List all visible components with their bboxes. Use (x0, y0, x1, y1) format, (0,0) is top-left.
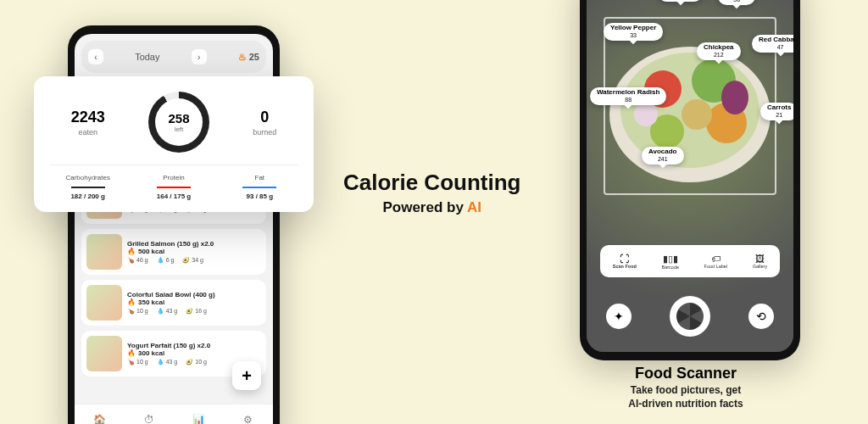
food-row[interactable]: Grilled Salmon (150 g) x2.0 500 kcal 46 … (81, 229, 266, 275)
add-food-button[interactable]: + (232, 361, 261, 390)
food-bubble[interactable]: Yellow Pepper33 (604, 23, 663, 41)
bottom-nav: 🏠Home⏱Fasting📊Stats⚙Settings (75, 404, 273, 424)
food-thumb (86, 285, 122, 321)
food-bubble[interactable]: Watermelon Radish88 (590, 87, 666, 105)
marketing-headline: Calorie Counting Powered by AI (343, 170, 520, 216)
food-name: Yogurt Parfait (150 g) x2.0 (127, 342, 261, 349)
settings-icon: ⚙ (224, 414, 274, 424)
food-macros: 10 g43 g16 g (127, 308, 261, 315)
food-row[interactable]: Colorful Salad Bowl (400 g) 350 kcal 10 … (81, 280, 266, 326)
date-label[interactable]: Today (135, 52, 159, 62)
headline-subtitle: Powered by AI (343, 199, 520, 216)
food-bubble[interactable]: Avocado241 (642, 147, 684, 165)
next-day-button[interactable]: › (192, 49, 207, 64)
flame-icon: ♨ (238, 52, 247, 63)
home-icon: 🏠 (75, 414, 125, 424)
fasting-icon: ⏱ (125, 414, 175, 424)
macro-fat: Fat 93 / 85 g (221, 174, 298, 200)
nav-fasting[interactable]: ⏱Fasting (125, 414, 175, 424)
headline-title: Calorie Counting (343, 170, 520, 196)
food-thumb (86, 336, 122, 371)
phone-right-mock: Tomatoes6Lettuce56Yellow Pepper33Chickpe… (580, 0, 800, 360)
macro-carbs: Carbohydrates 182 / 200 g (49, 174, 126, 200)
screen-scanner: Tomatoes6Lettuce56Yellow Pepper33Chickpe… (587, 0, 793, 352)
scan-mode-tabs: ⛶Scan Food▮▯▮Barcode🏷Food Label🖼Gallery (600, 245, 780, 277)
food-thumb (86, 234, 122, 270)
mode-gallery[interactable]: 🖼Gallery (753, 254, 767, 269)
stats-icon: 📊 (174, 414, 224, 424)
caption-title: Food Scanner (580, 365, 792, 382)
nav-stats[interactable]: 📊Stats (174, 414, 224, 424)
prev-day-button[interactable]: ‹ (88, 49, 103, 64)
food-bubble[interactable]: Carrots21 (760, 103, 793, 120)
food-bubble[interactable]: Chickpea212 (697, 42, 741, 60)
mode-icon: 🖼 (753, 254, 767, 264)
stat-burned: 0 burned (253, 109, 276, 137)
mode-food-label[interactable]: 🏷Food Label (704, 254, 728, 269)
food-name: Grilled Salmon (150 g) x2.0 (127, 240, 261, 248)
calories-left-ring: 258 left (148, 92, 209, 153)
nav-settings[interactable]: ⚙Settings (224, 414, 274, 424)
mode-icon: ▮▯▮ (662, 254, 680, 265)
mode-scan-food[interactable]: ⛶Scan Food (613, 254, 637, 269)
food-bubble[interactable]: Tomatoes6 (658, 0, 703, 2)
shutter-button[interactable] (670, 296, 710, 337)
food-kcal: 350 kcal (127, 298, 261, 306)
stat-eaten: 2243 eaten (71, 109, 105, 137)
streak-badge: ♨25 (238, 52, 259, 63)
mode-barcode[interactable]: ▮▯▮Barcode (662, 254, 680, 270)
flip-camera-button[interactable]: ⟲ (748, 304, 774, 329)
camera-controls: ✦ ⟲ (587, 296, 793, 337)
caption-line1: Take food pictures, get (580, 384, 792, 396)
date-header: ‹ Today › ♨25 (81, 41, 266, 73)
food-bubble[interactable]: Red Cabbage47 (752, 35, 793, 53)
food-macros: 46 g6 g34 g (127, 257, 261, 264)
caption-line2: AI-driven nutrition facts (580, 398, 792, 410)
aperture-icon (676, 303, 704, 330)
daily-summary-card: 2243 eaten 258 left 0 burned Carbohydrat… (34, 76, 314, 212)
food-kcal: 500 kcal (127, 248, 261, 255)
food-kcal: 300 kcal (127, 349, 261, 357)
flash-button[interactable]: ✦ (606, 304, 632, 329)
scanner-caption: Food Scanner Take food pictures, get AI-… (580, 365, 792, 410)
mode-icon: 🏷 (704, 254, 728, 264)
nav-home[interactable]: 🏠Home (75, 414, 125, 424)
macro-protein: Protein 164 / 175 g (135, 174, 212, 200)
food-name: Colorful Salad Bowl (400 g) (127, 291, 261, 298)
mode-icon: ⛶ (613, 254, 637, 264)
